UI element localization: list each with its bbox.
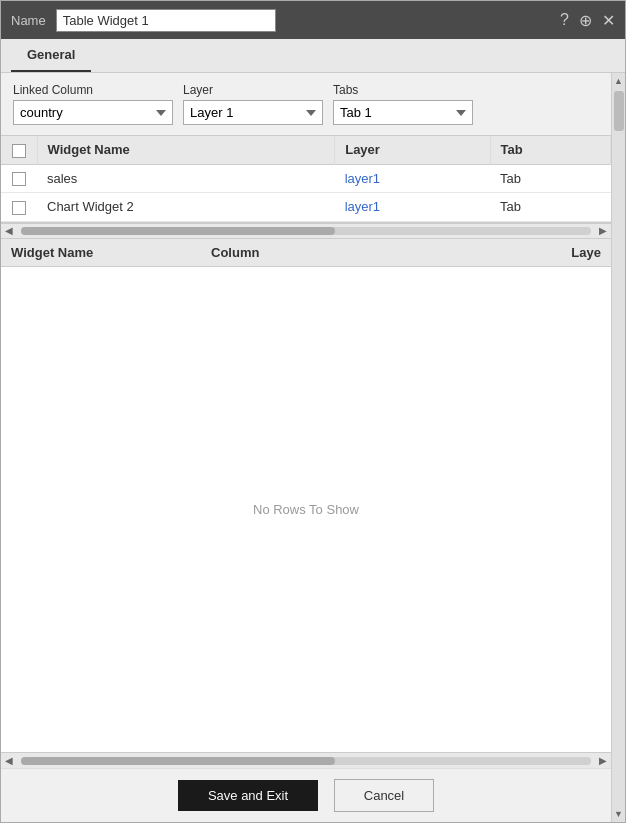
row2-checkbox-cell [1, 193, 37, 222]
bottom-hscroll-track[interactable] [21, 757, 591, 765]
main-layout: Linked Column country Layer Layer 1 Tabs… [1, 73, 625, 822]
col-tab-header: Tab [490, 136, 610, 164]
col-layer-header: Layer [335, 136, 490, 164]
linked-column-label: Linked Column [13, 83, 173, 97]
name-label: Name [11, 13, 46, 28]
dialog: Name ? ⊕ ✕ General Linked Column country… [0, 0, 626, 823]
row1-widget-name: sales [37, 164, 335, 193]
top-hscroll-right-arrow[interactable]: ▶ [599, 225, 607, 236]
title-bar: Name ? ⊕ ✕ [1, 1, 625, 39]
empty-message: No Rows To Show [253, 502, 359, 517]
tab-bar: General [1, 39, 625, 73]
bottom-hscroll-bar[interactable]: ◀ ▶ [1, 752, 611, 768]
tabs-group: Tabs Tab 1 [333, 83, 473, 125]
layer-label: Layer [183, 83, 323, 97]
row1-checkbox-cell [1, 164, 37, 193]
row2-checkbox[interactable] [12, 201, 26, 215]
main-content: Linked Column country Layer Layer 1 Tabs… [1, 73, 611, 822]
row1-layer-link[interactable]: layer1 [345, 171, 380, 186]
title-input[interactable] [56, 9, 276, 32]
vscroll-thumb[interactable] [614, 91, 624, 131]
linked-column-group: Linked Column country [13, 83, 173, 125]
field-row: Linked Column country Layer Layer 1 Tabs… [1, 73, 611, 135]
tab-general[interactable]: General [11, 39, 91, 72]
bottom-table-empty: No Rows To Show [1, 267, 611, 752]
top-hscroll-track[interactable] [21, 227, 591, 235]
bottom-table-header: Widget Name Column Laye [1, 239, 611, 267]
cancel-button[interactable]: Cancel [334, 779, 434, 812]
vscroll-up-arrow[interactable]: ▲ [614, 73, 623, 89]
bottom-section: Widget Name Column Laye No Rows To Show … [1, 239, 611, 768]
move-icon[interactable]: ⊕ [579, 11, 592, 30]
top-hscroll-left-arrow[interactable]: ◀ [5, 225, 13, 236]
bottom-col-column: Column [211, 245, 541, 260]
bottom-hscroll-right-arrow[interactable]: ▶ [599, 755, 607, 766]
tabs-label: Tabs [333, 83, 473, 97]
row2-layer: layer1 [335, 193, 490, 222]
bottom-col-widget-name: Widget Name [11, 245, 211, 260]
row2-tab: Tab [490, 193, 610, 222]
table-row: Chart Widget 2 layer1 Tab [1, 193, 611, 222]
top-table-wrapper: Widget Name Layer Tab sales [1, 135, 611, 223]
help-icon[interactable]: ? [560, 11, 569, 30]
title-icons: ? ⊕ ✕ [560, 11, 615, 30]
bottom-col-layer: Laye [541, 245, 601, 260]
close-icon[interactable]: ✕ [602, 11, 615, 30]
save-button[interactable]: Save and Exit [178, 780, 318, 811]
row1-layer: layer1 [335, 164, 490, 193]
header-checkbox[interactable] [12, 144, 26, 158]
row2-widget-name: Chart Widget 2 [37, 193, 335, 222]
bottom-hscroll-thumb[interactable] [21, 757, 335, 765]
vscroll-down-arrow[interactable]: ▼ [614, 806, 623, 822]
top-table-header: Widget Name Layer Tab [1, 136, 611, 164]
right-scrollbar[interactable]: ▲ ▼ [611, 73, 625, 822]
layer-select[interactable]: Layer 1 [183, 100, 323, 125]
top-hscroll-thumb[interactable] [21, 227, 335, 235]
layer-group: Layer Layer 1 [183, 83, 323, 125]
row1-tab: Tab [490, 164, 610, 193]
col-checkbox-header [1, 136, 37, 164]
footer: Save and Exit Cancel [1, 768, 611, 822]
top-table-container[interactable]: Widget Name Layer Tab sales [1, 136, 611, 222]
row1-checkbox[interactable] [12, 172, 26, 186]
row2-layer-link[interactable]: layer1 [345, 199, 380, 214]
top-table: Widget Name Layer Tab sales [1, 136, 611, 222]
col-widget-name-header: Widget Name [37, 136, 335, 164]
bottom-hscroll-left-arrow[interactable]: ◀ [5, 755, 13, 766]
linked-column-select[interactable]: country [13, 100, 173, 125]
table-row: sales layer1 Tab [1, 164, 611, 193]
top-hscroll-bar[interactable]: ◀ ▶ [1, 223, 611, 239]
tabs-select[interactable]: Tab 1 [333, 100, 473, 125]
